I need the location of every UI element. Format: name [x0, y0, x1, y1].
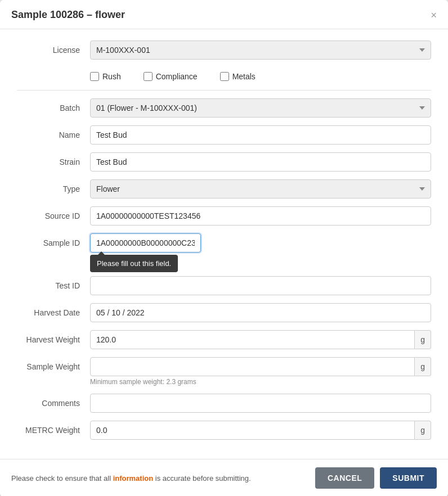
type-row: Type Flower	[17, 179, 431, 199]
cancel-button[interactable]: CANCEL	[315, 467, 374, 489]
compliance-label: Compliance	[156, 72, 198, 81]
name-input[interactable]	[90, 125, 431, 145]
compliance-checkbox-label[interactable]: Compliance	[144, 72, 198, 81]
metrc-weight-unit: g	[415, 421, 431, 440]
sample-id-wrapper: Please fill out this field.	[90, 233, 431, 252]
compliance-checkbox[interactable]	[144, 72, 153, 81]
harvest-weight-label: Harvest Weight	[17, 335, 90, 344]
test-id-row: Test ID	[17, 276, 431, 295]
harvest-weight-input[interactable]	[90, 330, 415, 349]
sample-weight-row: Sample Weight g Minimum sample weight: 2…	[17, 357, 431, 386]
sample-id-label: Sample ID	[17, 238, 90, 247]
rush-checkbox[interactable]	[90, 72, 99, 81]
modal-footer: Please check to ensure that all informat…	[0, 459, 448, 496]
source-id-label: Source ID	[17, 211, 90, 220]
modal-header: Sample 100286 – flower ×	[0, 0, 448, 29]
footer-text-before: Please check to ensure that all	[11, 474, 113, 483]
harvest-weight-row: Harvest Weight g	[17, 330, 431, 349]
metals-label: Metals	[232, 72, 256, 81]
modal-body: License M-100XXX-001 Rush Compliance Met…	[0, 29, 448, 459]
strain-label: Strain	[17, 157, 90, 166]
close-button[interactable]: ×	[431, 10, 437, 20]
sample-weight-label: Sample Weight	[17, 362, 90, 371]
strain-input[interactable]	[90, 152, 431, 172]
metrc-weight-row: METRC Weight g	[17, 421, 431, 440]
sample-weight-unit: g	[415, 357, 431, 376]
batch-select[interactable]: 01 (Flower - M-100XXX-001)	[90, 98, 431, 118]
sample-id-input[interactable]	[90, 233, 201, 252]
license-select[interactable]: M-100XXX-001	[90, 40, 431, 60]
sample-modal: Sample 100286 – flower × License M-100XX…	[0, 0, 448, 496]
metrc-weight-input[interactable]	[90, 421, 415, 440]
rush-checkbox-label[interactable]: Rush	[90, 72, 121, 81]
metals-checkbox[interactable]	[220, 72, 229, 81]
test-id-label: Test ID	[17, 281, 90, 290]
metrc-weight-label: METRC Weight	[17, 426, 90, 435]
comments-row: Comments	[17, 394, 431, 413]
sample-weight-input-group: g	[90, 357, 431, 376]
harvest-date-row: Harvest Date	[17, 303, 431, 322]
comments-label: Comments	[17, 399, 90, 408]
comments-input[interactable]	[90, 394, 431, 413]
footer-text-after: is accurate before submitting.	[153, 474, 250, 483]
sample-weight-hint: Minimum sample weight: 2.3 grams	[17, 378, 196, 386]
name-label: Name	[17, 130, 90, 139]
test-id-input[interactable]	[90, 276, 431, 295]
name-row: Name	[17, 125, 431, 145]
checkbox-row: Rush Compliance Metals	[17, 67, 431, 85]
footer-info: Please check to ensure that all informat…	[11, 474, 310, 483]
license-row: License M-100XXX-001	[17, 40, 431, 60]
divider-1	[17, 90, 431, 91]
sample-weight-input[interactable]	[90, 357, 415, 376]
harvest-weight-input-group: g	[90, 330, 431, 349]
footer-highlight: information	[113, 474, 154, 483]
license-label: License	[17, 46, 90, 55]
type-select[interactable]: Flower	[90, 179, 431, 199]
metrc-weight-input-group: g	[90, 421, 431, 440]
harvest-date-input[interactable]	[90, 303, 431, 322]
modal-title: Sample 100286 – flower	[11, 9, 125, 21]
batch-row: Batch 01 (Flower - M-100XXX-001)	[17, 98, 431, 118]
batch-label: Batch	[17, 103, 90, 112]
sample-id-row: Sample ID Please fill out this field.	[17, 233, 431, 252]
source-id-input[interactable]	[90, 206, 431, 226]
submit-button[interactable]: SUBMIT	[380, 467, 437, 489]
strain-row: Strain	[17, 152, 431, 172]
source-id-row: Source ID	[17, 206, 431, 226]
harvest-weight-unit: g	[415, 330, 431, 349]
sample-id-tooltip: Please fill out this field.	[90, 255, 178, 272]
metals-checkbox-label[interactable]: Metals	[220, 72, 256, 81]
rush-label: Rush	[102, 72, 121, 81]
harvest-date-label: Harvest Date	[17, 308, 90, 317]
type-label: Type	[17, 184, 90, 193]
